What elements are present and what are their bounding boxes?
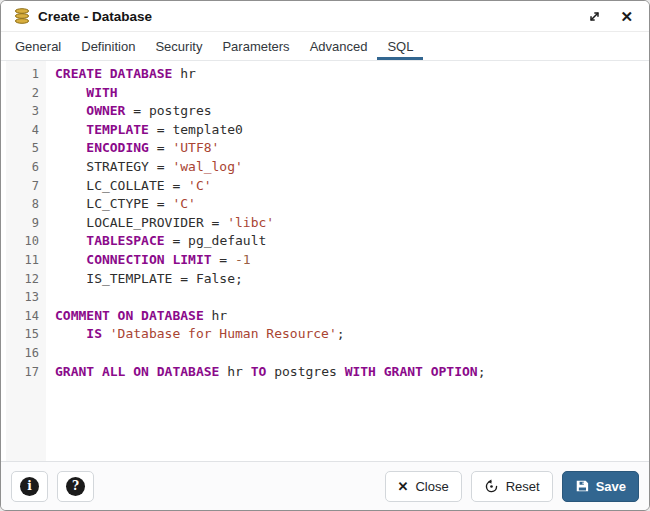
- sql-editor[interactable]: 1234567891011121314151617 CREATE DATABAS…: [1, 61, 649, 461]
- code-line: COMMENT ON DATABASE hr: [55, 307, 649, 326]
- reset-button[interactable]: Reset: [471, 471, 553, 502]
- line-number: 6: [6, 158, 39, 177]
- tab-definition[interactable]: Definition: [71, 32, 145, 60]
- line-number: 9: [6, 214, 39, 233]
- sql-code[interactable]: CREATE DATABASE hr WITH OWNER = postgres…: [46, 61, 649, 461]
- database-icon: [13, 7, 31, 25]
- code-line: STRATEGY = 'wal_log': [55, 158, 649, 177]
- line-number: 4: [6, 121, 39, 140]
- reset-icon: [484, 479, 499, 494]
- tab-sql[interactable]: SQL: [377, 32, 423, 60]
- close-x-icon: ✕: [398, 480, 409, 493]
- create-database-dialog: Create - Database ✕ GeneralDefinitionSec…: [0, 0, 650, 511]
- reset-button-label: Reset: [506, 479, 540, 494]
- code-line: IS_TEMPLATE = False;: [55, 270, 649, 289]
- code-line: [55, 288, 649, 307]
- close-button[interactable]: ✕ Close: [385, 471, 462, 502]
- dialog-footer: i ? ✕ Close Reset: [1, 461, 649, 510]
- close-x-icon[interactable]: ✕: [616, 7, 637, 26]
- code-line: GRANT ALL ON DATABASE hr TO postgres WIT…: [55, 363, 649, 382]
- dialog-titlebar: Create - Database ✕: [1, 1, 649, 32]
- info-circle-icon: i: [20, 477, 39, 496]
- close-button-label: Close: [415, 479, 448, 494]
- code-line: TABLESPACE = pg_default: [55, 232, 649, 251]
- line-number: 3: [6, 102, 39, 121]
- tab-bar: GeneralDefinitionSecurityParametersAdvan…: [1, 32, 649, 61]
- code-line: CONNECTION LIMIT = -1: [55, 251, 649, 270]
- tab-parameters[interactable]: Parameters: [212, 32, 299, 60]
- tab-security[interactable]: Security: [145, 32, 212, 60]
- line-number: 1: [6, 65, 39, 84]
- line-number: 14: [6, 307, 39, 326]
- line-number: 15: [6, 325, 39, 344]
- line-number: 8: [6, 195, 39, 214]
- line-number: 2: [6, 84, 39, 103]
- line-number-gutter: 1234567891011121314151617: [6, 61, 46, 461]
- save-floppy-icon: [575, 479, 589, 493]
- tab-advanced[interactable]: Advanced: [300, 32, 378, 60]
- line-number: 5: [6, 139, 39, 158]
- line-number: 10: [6, 232, 39, 251]
- code-line: LOCALE_PROVIDER = 'libc': [55, 214, 649, 233]
- line-number: 7: [6, 177, 39, 196]
- line-number: 16: [6, 344, 39, 363]
- code-line: [55, 344, 649, 363]
- question-circle-icon: ?: [66, 477, 85, 496]
- line-number: 11: [6, 251, 39, 270]
- save-button[interactable]: Save: [562, 471, 639, 502]
- dialog-help-button[interactable]: ?: [57, 471, 94, 502]
- line-number: 13: [6, 288, 39, 307]
- expand-diagonal-icon[interactable]: [583, 7, 606, 26]
- code-line: TEMPLATE = template0: [55, 121, 649, 140]
- code-line: OWNER = postgres: [55, 102, 649, 121]
- dialog-title: Create - Database: [38, 9, 583, 24]
- code-line: IS 'Database for Human Resource';: [55, 325, 649, 344]
- code-line: CREATE DATABASE hr: [55, 65, 649, 84]
- line-number: 12: [6, 270, 39, 289]
- line-number: 17: [6, 363, 39, 382]
- sql-help-button[interactable]: i: [11, 471, 48, 502]
- save-button-label: Save: [596, 479, 626, 494]
- code-line: LC_COLLATE = 'C': [55, 177, 649, 196]
- code-line: ENCODING = 'UTF8': [55, 139, 649, 158]
- code-line: LC_CTYPE = 'C': [55, 195, 649, 214]
- code-line: WITH: [55, 84, 649, 103]
- tab-general[interactable]: General: [5, 32, 71, 60]
